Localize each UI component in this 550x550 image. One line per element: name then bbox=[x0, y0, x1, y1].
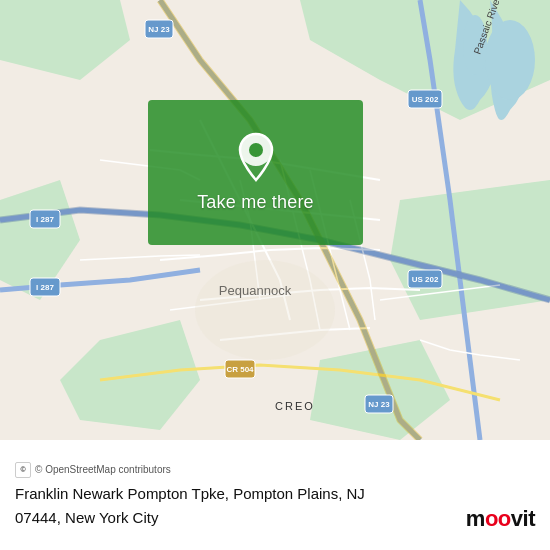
moovit-branding: moovit bbox=[466, 506, 535, 532]
svg-point-7 bbox=[485, 20, 535, 100]
info-bar: © © OpenStreetMap contributors Franklin … bbox=[0, 440, 550, 550]
svg-text:CR 504: CR 504 bbox=[226, 365, 254, 374]
svg-point-26 bbox=[249, 143, 263, 157]
osm-text: © OpenStreetMap contributors bbox=[35, 464, 171, 475]
take-me-there-overlay[interactable]: Take me there bbox=[148, 100, 363, 245]
map-container: NJ 23 I 287 I 287 US 202 US 202 NJ 23 CR… bbox=[0, 0, 550, 440]
svg-point-24 bbox=[195, 260, 335, 360]
moovit-logo: moovit bbox=[466, 506, 535, 532]
svg-text:US 202: US 202 bbox=[412, 95, 439, 104]
svg-text:NJ 23: NJ 23 bbox=[148, 25, 170, 34]
svg-text:US 202: US 202 bbox=[412, 275, 439, 284]
osm-attribution: © © OpenStreetMap contributors bbox=[15, 462, 535, 478]
svg-text:NJ 23: NJ 23 bbox=[368, 400, 390, 409]
address-line1: Franklin Newark Pompton Tpke, Pompton Pl… bbox=[15, 484, 365, 504]
take-me-there-button[interactable]: Take me there bbox=[197, 192, 314, 213]
creo-label: CREO bbox=[275, 400, 315, 412]
svg-marker-4 bbox=[390, 180, 550, 320]
svg-text:I 287: I 287 bbox=[36, 283, 54, 292]
location-pin-icon bbox=[236, 132, 276, 182]
svg-text:I 287: I 287 bbox=[36, 215, 54, 224]
osm-logo: © bbox=[15, 462, 31, 478]
address-line2: 07444, New York City bbox=[15, 508, 365, 528]
